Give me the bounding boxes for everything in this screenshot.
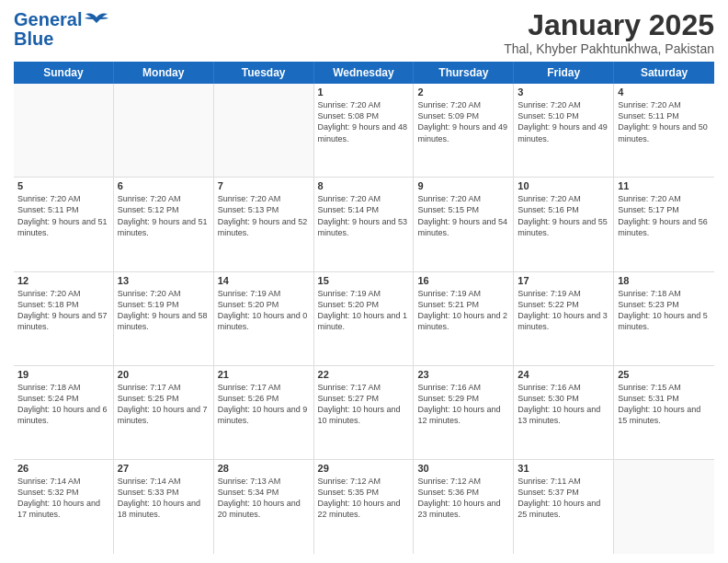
calendar-header: Sunday Monday Tuesday Wednesday Thursday…	[14, 62, 714, 84]
day-number: 11	[618, 180, 711, 191]
day-number: 26	[17, 463, 109, 474]
cell-w4-d7: 25Sunrise: 7:15 AM Sunset: 5:31 PM Dayli…	[614, 366, 714, 459]
title-section: January 2025 Thal, Khyber Pakhtunkhwa, P…	[504, 9, 714, 56]
week-row-4: 19Sunrise: 7:18 AM Sunset: 5:24 PM Dayli…	[14, 366, 714, 460]
cell-info: Sunrise: 7:17 AM Sunset: 5:25 PM Dayligh…	[118, 382, 210, 427]
cell-w2-d4: 8Sunrise: 7:20 AM Sunset: 5:14 PM Daylig…	[314, 178, 415, 270]
page: General Blue January 2025 Thal, Khyber P…	[0, 0, 728, 563]
cell-w3-d1: 12Sunrise: 7:20 AM Sunset: 5:18 PM Dayli…	[14, 272, 114, 365]
day-number: 27	[118, 463, 210, 474]
logo-bird-icon	[84, 10, 109, 30]
cell-w1-d7: 4Sunrise: 7:20 AM Sunset: 5:11 PM Daylig…	[614, 84, 714, 177]
calendar-body: 1Sunrise: 7:20 AM Sunset: 5:08 PM Daylig…	[14, 84, 714, 554]
week-row-2: 5Sunrise: 7:20 AM Sunset: 5:11 PM Daylig…	[14, 178, 714, 271]
cell-info: Sunrise: 7:19 AM Sunset: 5:21 PM Dayligh…	[417, 288, 509, 333]
cell-w1-d1	[14, 84, 114, 177]
cell-info: Sunrise: 7:12 AM Sunset: 5:35 PM Dayligh…	[318, 476, 410, 521]
cell-w4-d3: 21Sunrise: 7:17 AM Sunset: 5:26 PM Dayli…	[214, 366, 314, 459]
day-number: 10	[518, 180, 609, 191]
day-number: 30	[417, 463, 509, 474]
day-number: 23	[417, 369, 509, 380]
cell-w5-d1: 26Sunrise: 7:14 AM Sunset: 5:32 PM Dayli…	[14, 460, 114, 554]
day-number: 5	[17, 180, 109, 191]
cell-w5-d3: 28Sunrise: 7:13 AM Sunset: 5:34 PM Dayli…	[214, 460, 314, 554]
cell-info: Sunrise: 7:20 AM Sunset: 5:16 PM Dayligh…	[518, 193, 609, 238]
cell-w3-d5: 16Sunrise: 7:19 AM Sunset: 5:21 PM Dayli…	[414, 272, 514, 365]
cell-info: Sunrise: 7:20 AM Sunset: 5:14 PM Dayligh…	[318, 193, 410, 238]
day-number: 7	[218, 180, 310, 191]
header: General Blue January 2025 Thal, Khyber P…	[14, 9, 714, 56]
week-row-3: 12Sunrise: 7:20 AM Sunset: 5:18 PM Dayli…	[14, 272, 714, 366]
day-number: 31	[518, 463, 609, 474]
subtitle: Thal, Khyber Pakhtunkhwa, Pakistan	[504, 41, 714, 56]
header-sunday: Sunday	[14, 62, 114, 84]
header-friday: Friday	[514, 62, 614, 84]
day-number: 12	[17, 275, 109, 286]
cell-info: Sunrise: 7:18 AM Sunset: 5:24 PM Dayligh…	[17, 382, 109, 427]
day-number: 3	[518, 86, 609, 98]
cell-w1-d2	[114, 84, 214, 177]
day-number: 2	[417, 86, 509, 98]
cell-info: Sunrise: 7:20 AM Sunset: 5:12 PM Dayligh…	[118, 193, 210, 238]
cell-info: Sunrise: 7:16 AM Sunset: 5:29 PM Dayligh…	[417, 382, 509, 427]
cell-w1-d4: 1Sunrise: 7:20 AM Sunset: 5:08 PM Daylig…	[314, 84, 415, 177]
cell-info: Sunrise: 7:12 AM Sunset: 5:36 PM Dayligh…	[417, 476, 509, 521]
header-monday: Monday	[114, 62, 214, 84]
day-number: 28	[218, 463, 310, 474]
day-number: 9	[417, 180, 509, 191]
cell-info: Sunrise: 7:11 AM Sunset: 5:37 PM Dayligh…	[518, 476, 609, 521]
cell-w1-d3	[214, 84, 314, 177]
day-number: 13	[118, 275, 210, 286]
cell-w3-d4: 15Sunrise: 7:19 AM Sunset: 5:20 PM Dayli…	[314, 272, 415, 365]
month-title: January 2025	[504, 9, 714, 41]
header-saturday: Saturday	[614, 62, 714, 84]
day-number: 4	[618, 86, 711, 98]
day-number: 15	[318, 275, 410, 286]
cell-info: Sunrise: 7:19 AM Sunset: 5:20 PM Dayligh…	[218, 288, 310, 333]
cell-info: Sunrise: 7:18 AM Sunset: 5:23 PM Dayligh…	[618, 288, 711, 333]
day-number: 25	[618, 369, 711, 380]
day-number: 29	[318, 463, 410, 474]
cell-w1-d6: 3Sunrise: 7:20 AM Sunset: 5:10 PM Daylig…	[514, 84, 614, 177]
cell-w2-d1: 5Sunrise: 7:20 AM Sunset: 5:11 PM Daylig…	[14, 178, 114, 270]
cell-info: Sunrise: 7:19 AM Sunset: 5:20 PM Dayligh…	[318, 288, 410, 333]
cell-info: Sunrise: 7:15 AM Sunset: 5:31 PM Dayligh…	[618, 382, 711, 427]
cell-w4-d1: 19Sunrise: 7:18 AM Sunset: 5:24 PM Dayli…	[14, 366, 114, 459]
header-tuesday: Tuesday	[214, 62, 314, 84]
cell-info: Sunrise: 7:16 AM Sunset: 5:30 PM Dayligh…	[518, 382, 609, 427]
day-number: 1	[318, 86, 410, 98]
header-wednesday: Wednesday	[314, 62, 415, 84]
cell-w5-d5: 30Sunrise: 7:12 AM Sunset: 5:36 PM Dayli…	[414, 460, 514, 554]
cell-w4-d4: 22Sunrise: 7:17 AM Sunset: 5:27 PM Dayli…	[314, 366, 415, 459]
day-number: 6	[118, 180, 210, 191]
day-number: 19	[17, 369, 109, 380]
cell-w5-d6: 31Sunrise: 7:11 AM Sunset: 5:37 PM Dayli…	[514, 460, 614, 554]
cell-w4-d2: 20Sunrise: 7:17 AM Sunset: 5:25 PM Dayli…	[114, 366, 214, 459]
cell-w1-d5: 2Sunrise: 7:20 AM Sunset: 5:09 PM Daylig…	[414, 84, 514, 177]
day-number: 18	[618, 275, 711, 286]
week-row-1: 1Sunrise: 7:20 AM Sunset: 5:08 PM Daylig…	[14, 84, 714, 178]
day-number: 20	[118, 369, 210, 380]
cell-w2-d2: 6Sunrise: 7:20 AM Sunset: 5:12 PM Daylig…	[114, 178, 214, 270]
cell-w5-d7	[614, 460, 714, 554]
day-number: 22	[318, 369, 410, 380]
logo-general: General	[14, 9, 82, 30]
calendar: Sunday Monday Tuesday Wednesday Thursday…	[14, 62, 714, 554]
cell-info: Sunrise: 7:17 AM Sunset: 5:27 PM Dayligh…	[318, 382, 410, 427]
week-row-5: 26Sunrise: 7:14 AM Sunset: 5:32 PM Dayli…	[14, 460, 714, 554]
day-number: 17	[518, 275, 609, 286]
cell-w2-d6: 10Sunrise: 7:20 AM Sunset: 5:16 PM Dayli…	[514, 178, 614, 270]
day-number: 21	[218, 369, 310, 380]
day-number: 16	[417, 275, 509, 286]
cell-w3-d7: 18Sunrise: 7:18 AM Sunset: 5:23 PM Dayli…	[614, 272, 714, 365]
cell-info: Sunrise: 7:20 AM Sunset: 5:11 PM Dayligh…	[618, 99, 711, 144]
cell-w2-d5: 9Sunrise: 7:20 AM Sunset: 5:15 PM Daylig…	[414, 178, 514, 270]
cell-w5-d4: 29Sunrise: 7:12 AM Sunset: 5:35 PM Dayli…	[314, 460, 415, 554]
day-number: 24	[518, 369, 609, 380]
cell-info: Sunrise: 7:17 AM Sunset: 5:26 PM Dayligh…	[218, 382, 310, 427]
cell-info: Sunrise: 7:20 AM Sunset: 5:10 PM Dayligh…	[518, 99, 609, 144]
cell-info: Sunrise: 7:20 AM Sunset: 5:13 PM Dayligh…	[218, 193, 310, 238]
logo: General Blue	[14, 9, 109, 50]
cell-info: Sunrise: 7:20 AM Sunset: 5:19 PM Dayligh…	[118, 288, 210, 333]
cell-info: Sunrise: 7:19 AM Sunset: 5:22 PM Dayligh…	[518, 288, 609, 333]
